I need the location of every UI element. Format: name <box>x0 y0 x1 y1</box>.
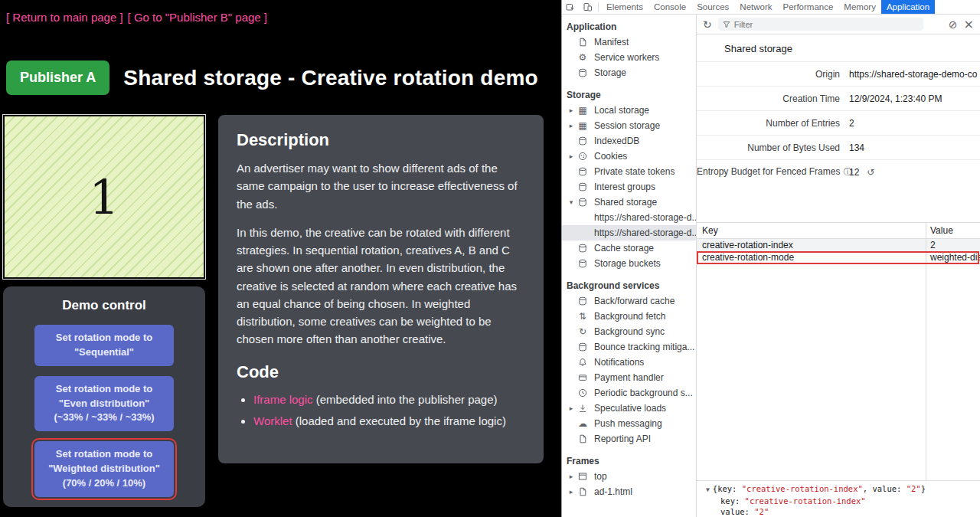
filter-input[interactable] <box>734 20 895 29</box>
report-value: 134 <box>849 142 980 153</box>
sidebar-item-indexeddb[interactable]: IndexedDB <box>562 133 696 149</box>
demo-control-panel: Demo control Set rotation mode to"Sequen… <box>3 286 205 507</box>
sidebar-item-session-storage[interactable]: ▸▦Session storage <box>562 118 696 133</box>
rotation-mode-button-1[interactable]: Set rotation mode to"Sequential" <box>34 325 174 366</box>
table-icon: ▦ <box>576 106 590 115</box>
key-column-header[interactable]: Key <box>697 225 926 236</box>
sidebar-section-application: ApplicationManifest⚙Service workersStora… <box>562 19 696 80</box>
creative-ad-frame: 1 <box>3 115 205 279</box>
inspect-element-icon[interactable] <box>562 0 579 14</box>
rotation-mode-button-3[interactable]: Set rotation mode to"Weighted distributi… <box>34 441 174 497</box>
sidebar-item-storage[interactable]: Storage <box>562 65 696 80</box>
table-row[interactable]: creative-rotation-index2 <box>697 239 980 251</box>
sidebar-item-private-state-tokens[interactable]: Private state tokens <box>562 164 696 179</box>
preview-property-value: "2" <box>754 507 769 516</box>
sidebar-item-label: Manifest <box>594 37 629 47</box>
top-link-publisher-b[interactable]: [ Go to "Publisher B" page ] <box>128 11 267 24</box>
creative-number: 1 <box>89 169 119 225</box>
database-icon <box>576 259 590 268</box>
chevron-right-icon[interactable]: ▸ <box>567 106 576 114</box>
refresh-icon[interactable]: ↻ <box>703 19 712 30</box>
sidebar-item-label: Cache storage <box>594 243 654 254</box>
panel-title: Shared storage <box>724 43 792 54</box>
sidebar-item-label: Service workers <box>594 52 659 63</box>
sidebar-item-cookies[interactable]: ▸Cookies <box>562 149 696 164</box>
expander-triangle-icon[interactable]: ▼ <box>706 486 710 493</box>
chevron-right-icon[interactable]: ▸ <box>567 488 576 496</box>
tab-sources[interactable]: Sources <box>691 0 734 14</box>
sidebar-item-back-forward-cache[interactable]: Back/forward cache <box>562 293 696 309</box>
tab-network[interactable]: Network <box>734 0 777 14</box>
preview-token: , value: <box>863 484 906 493</box>
sidebar-item-local-storage[interactable]: ▸▦Local storage <box>562 103 696 118</box>
chevron-right-icon[interactable]: ▸ <box>567 152 576 160</box>
sidebar-item-notifications[interactable]: Notifications <box>562 355 696 370</box>
tab-memory[interactable]: Memory <box>838 0 881 14</box>
table-row[interactable]: creative-rotation-modeweighted-dist <box>697 251 980 263</box>
sidebar-item-bounce-tracking-mitiga[interactable]: Bounce tracking mitiga... <box>562 339 696 355</box>
sidebar-item-https-shared-storage-d[interactable]: https://shared-storage-d... <box>562 210 696 225</box>
report-value: 12/9/2024, 1:23:40 PM <box>849 93 980 104</box>
sidebar-section-title: Storage <box>562 87 696 103</box>
tab-console[interactable]: Console <box>648 0 691 14</box>
sidebar-item-label: Reporting API <box>594 434 651 444</box>
preview-property-line: key: "creative-rotation-index" <box>706 496 980 506</box>
page-title: Shared storage - Creative rotation demo <box>123 66 537 90</box>
sidebar-item-label: Bounce tracking mitiga... <box>594 342 694 352</box>
sidebar-item-background-sync[interactable]: ↻Background sync <box>562 324 696 339</box>
report-row-creation-time: Creation Time12/9/2024, 1:23:40 PM <box>697 86 980 110</box>
publisher-badge: Publisher A <box>6 61 109 95</box>
sidebar-item-label: Storage <box>594 67 626 78</box>
reset-budget-icon[interactable]: ↺ <box>867 167 874 178</box>
table-cell-key: creative-rotation-mode <box>697 252 926 263</box>
preview-summary-line: ▼{key: "creative-rotation-index", value:… <box>706 483 980 496</box>
sidebar-item-manifest[interactable]: Manifest <box>562 34 696 50</box>
close-icon[interactable]: × <box>964 18 974 31</box>
database-icon <box>576 182 590 191</box>
sidebar-item-shared-storage[interactable]: ▾Shared storage <box>562 195 696 210</box>
top-link-main-page[interactable]: [ Return to main page ] <box>6 11 123 24</box>
sync-icon: ↻ <box>576 327 590 336</box>
report-row-origin: Originhttps://shared-storage-demo-co <box>697 61 980 86</box>
preview-property-value: "creative-rotation-index" <box>745 496 866 506</box>
sidebar-item-interest-groups[interactable]: Interest groups <box>562 179 696 195</box>
rotation-mode-button-2[interactable]: Set rotation mode to"Even distribution"(… <box>34 376 174 432</box>
sidebar-item-storage-buckets[interactable]: Storage buckets <box>562 256 696 271</box>
sidebar-item-top[interactable]: ▸top <box>562 469 696 484</box>
devtools-sidebar: ApplicationManifest⚙Service workersStora… <box>562 15 697 517</box>
report-label: Entropy Budget for Fenced Framesⓘ <box>697 166 849 178</box>
sidebar-item-payment-handler[interactable]: Payment handler <box>562 370 696 385</box>
sidebar-item-label: ad-1.html <box>594 486 632 497</box>
chevron-right-icon[interactable]: ▸ <box>567 122 576 129</box>
sidebar-item-label: Payment handler <box>594 372 664 383</box>
device-toolbar-icon[interactable] <box>579 0 596 14</box>
sidebar-item-service-workers[interactable]: ⚙Service workers <box>562 50 696 65</box>
sidebar-item-cache-storage[interactable]: Cache storage <box>562 241 696 256</box>
block-icon[interactable]: ⊘ <box>949 19 958 30</box>
filter-box[interactable] <box>718 18 923 31</box>
sidebar-item-label: Storage buckets <box>594 258 661 269</box>
document-icon <box>576 38 590 47</box>
sidebar-item-ad-1-html[interactable]: ▸ad-1.html <box>562 484 696 499</box>
tab-application[interactable]: Application <box>881 0 935 14</box>
sidebar-item-label: Background fetch <box>594 311 665 322</box>
code-link-iframe-logic[interactable]: Iframe logic <box>253 393 313 406</box>
sidebar-item-label: https://shared-storage-d... <box>594 212 696 223</box>
sidebar-item-periodic-background-s[interactable]: Periodic background s... <box>562 385 696 401</box>
sidebar-item-speculative-loads[interactable]: ▸Speculative loads <box>562 401 696 416</box>
code-link-worklet[interactable]: Worklet <box>253 414 292 427</box>
tab-performance[interactable]: Performance <box>778 0 839 14</box>
chevron-right-icon[interactable]: ▸ <box>567 473 576 480</box>
chevron-down-icon[interactable]: ▾ <box>567 198 576 206</box>
sidebar-item-https-shared-storage-d[interactable]: https://shared-storage-d... <box>562 225 696 241</box>
devtools-main-panel: ↻ ⊘ × Shared storage Originhttps://share… <box>697 15 980 517</box>
database-icon <box>576 198 590 207</box>
chevron-right-icon[interactable]: ▸ <box>567 404 576 412</box>
tab-elements[interactable]: Elements <box>601 0 648 14</box>
sidebar-item-background-fetch[interactable]: ⇅Background fetch <box>562 309 696 324</box>
sidebar-item-push-messaging[interactable]: ☁Push messaging <box>562 416 696 431</box>
table-icon: ▦ <box>576 121 590 130</box>
preview-token: "creative-rotation-index" <box>742 484 863 493</box>
sidebar-item-reporting-api[interactable]: Reporting API <box>562 431 696 447</box>
value-column-header[interactable]: Value <box>926 225 980 236</box>
